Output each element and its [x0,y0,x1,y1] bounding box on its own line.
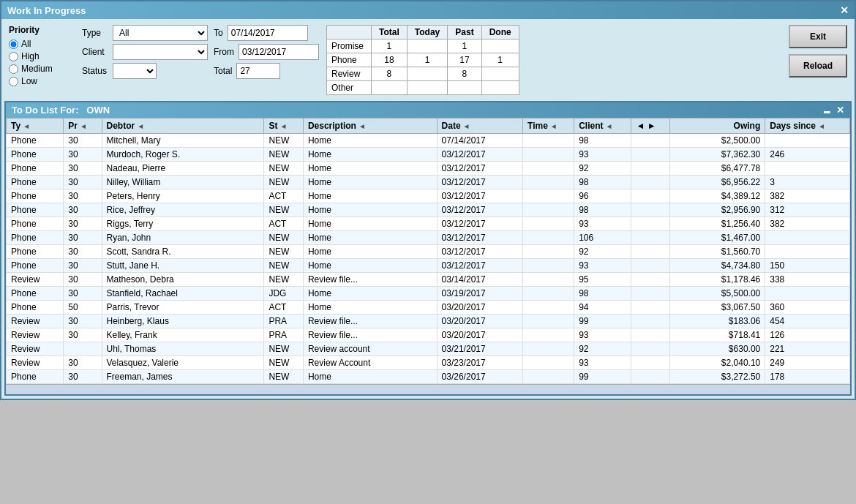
cell-arrows [631,162,669,176]
col-header-date[interactable]: Date ◄ [437,119,522,134]
table-row[interactable]: Phone 30 Nilley, William NEW Home 03/12/… [7,176,850,189]
summary-col-past: Past [448,26,481,40]
client-select[interactable] [113,44,208,60]
cell-client: 99 [574,315,631,328]
col-header-arrows[interactable]: ◄ ► [631,119,669,134]
table-row[interactable]: Phone 30 Stanfield, Rachael JDG Home 03/… [7,287,850,301]
table-row[interactable]: Phone 30 Scott, Sandra R. NEW Home 03/12… [7,245,850,259]
table-row[interactable]: Phone 30 Peters, Henry ACT Home 03/12/20… [7,189,850,203]
summary-cell-past [448,81,481,95]
cell-ty: Phone [7,134,64,148]
col-header-client[interactable]: Client ◄ [574,119,631,134]
todo-close-button[interactable]: ✕ [836,105,844,116]
from-input[interactable] [239,44,319,60]
cell-time [523,273,574,287]
summary-table-wrapper: Total Today Past Done Promise 1 1 Phone … [326,25,774,95]
cell-st: NEW [264,370,304,384]
table-row[interactable]: Phone 30 Nadeau, Pierre NEW Home 03/12/2… [7,162,850,176]
cell-description: Home [303,176,437,189]
cell-client: 92 [574,162,631,176]
col-header-desc[interactable]: Description ◄ [303,119,437,134]
summary-cell-today [407,81,447,95]
todo-minimize-button[interactable]: 🗕 [822,105,832,116]
cell-client: 98 [574,176,631,189]
cell-client: 95 [574,273,631,287]
cell-ty: Review [7,328,64,342]
priority-all-radio[interactable] [9,40,18,49]
summary-row: Promise 1 1 [327,40,519,53]
table-row[interactable]: Review 30 Matheson, Debra NEW Review fil… [7,273,850,287]
table-row[interactable]: Phone 30 Mitchell, Mary NEW Home 07/14/2… [7,134,850,148]
table-row[interactable]: Phone 30 Stutt, Jane H. NEW Home 03/12/2… [7,259,850,273]
priority-all-row: All [9,39,75,49]
to-input[interactable] [228,25,308,41]
priority-high-radio[interactable] [9,52,18,61]
total-label: Total [214,66,232,76]
priority-low-radio[interactable] [9,77,18,86]
horizontal-scrollbar[interactable] [6,384,850,394]
type-select[interactable]: All [113,25,208,41]
col-header-days[interactable]: Days since ◄ [765,119,850,134]
col-header-debtor[interactable]: Debtor ◄ [102,119,264,134]
todo-table-container[interactable]: Ty ◄ Pr ◄ Debtor ◄ St ◄ Description ◄ Da… [6,118,850,384]
cell-time [523,328,574,342]
table-row[interactable]: Review 30 Kelley, Frank PRA Review file.… [7,328,850,342]
priority-medium-row: Medium [9,64,75,74]
to-label: To [214,28,223,38]
cell-description: Review file... [303,273,437,287]
table-row[interactable]: Phone 30 Ryan, John NEW Home 03/12/2017 … [7,231,850,245]
exit-button[interactable]: Exit [789,25,847,48]
cell-debtor: Nadeau, Pierre [102,162,264,176]
cell-days: 178 [765,370,850,384]
col-header-time[interactable]: Time ◄ [523,119,574,134]
table-row[interactable]: Phone 30 Freeman, James NEW Home 03/26/2… [7,370,850,384]
cell-days: 454 [765,315,850,328]
summary-cell-done [481,40,519,53]
cell-owing: $630.00 [669,342,765,356]
cell-date: 03/12/2017 [437,189,522,203]
cell-pr: 30 [64,356,102,370]
cell-arrows [631,245,669,259]
col-header-pr[interactable]: Pr ◄ [64,119,102,134]
cell-arrows [631,203,669,217]
total-input[interactable] [236,63,280,79]
window-close-button[interactable]: ✕ [840,4,849,16]
cell-ty: Review [7,342,64,356]
table-row[interactable]: Phone 30 Murdoch, Roger S. NEW Home 03/1… [7,148,850,162]
cell-owing: $7,362.30 [669,148,765,162]
status-select[interactable] [113,63,157,79]
col-header-st[interactable]: St ◄ [264,119,304,134]
cell-pr: 30 [64,189,102,203]
cell-st: NEW [264,162,304,176]
summary-cell-total: 18 [372,53,408,67]
cell-pr: 30 [64,203,102,217]
cell-debtor: Riggs, Terry [102,217,264,231]
table-row[interactable]: Review Uhl, Thomas NEW Review account 03… [7,342,850,356]
cell-days: 312 [765,203,850,217]
cell-arrows [631,356,669,370]
cell-debtor: Peters, Henry [102,189,264,203]
table-row[interactable]: Phone 30 Riggs, Terry ACT Home 03/12/201… [7,217,850,231]
table-row[interactable]: Review 30 Velasquez, Valerie NEW Review … [7,356,850,370]
cell-ty: Phone [7,245,64,259]
table-row[interactable]: Phone 30 Rice, Jeffrey NEW Home 03/12/20… [7,203,850,217]
priority-medium-radio[interactable] [9,64,18,74]
cell-client: 98 [574,287,631,301]
cell-description: Home [303,162,437,176]
cell-date: 03/20/2017 [437,328,522,342]
summary-col-done: Done [481,26,519,40]
table-row[interactable]: Review 30 Heinberg, Klaus PRA Review fil… [7,315,850,328]
cell-ty: Review [7,356,64,370]
summary-cell-done: 1 [481,53,519,67]
cell-pr: 30 [64,217,102,231]
col-header-ty[interactable]: Ty ◄ [7,119,64,134]
summary-cell-past: 17 [448,53,481,67]
col-header-owing[interactable]: Owing [669,119,765,134]
summary-cell-label: Promise [327,40,372,53]
cell-time [523,203,574,217]
cell-st: NEW [264,259,304,273]
cell-time [523,189,574,203]
cell-ty: Phone [7,148,64,162]
table-row[interactable]: Phone 50 Parris, Trevor ACT Home 03/20/2… [7,301,850,315]
reload-button[interactable]: Reload [789,54,847,78]
